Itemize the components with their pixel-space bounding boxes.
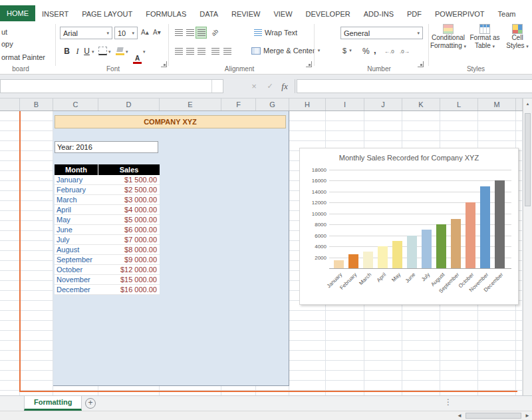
align-center-button[interactable] <box>184 45 196 57</box>
cell-month-november[interactable]: November <box>55 275 98 285</box>
cell-month-december[interactable]: December <box>55 285 98 295</box>
ribbon-tab-home[interactable]: HOME <box>0 5 35 21</box>
column-header-H[interactable]: H <box>289 99 326 110</box>
percent-style-icon[interactable]: % <box>362 47 370 56</box>
number-format-combobox[interactable]: General ▾ <box>340 27 423 39</box>
borders-icon[interactable] <box>98 47 107 55</box>
cell-sales-march[interactable]: $3 000.00 <box>98 195 160 205</box>
ribbon-tab-formulas[interactable]: FORMULAS <box>139 7 193 21</box>
alignment-dialog-launcher[interactable] <box>306 61 312 67</box>
accounting-format-button[interactable]: $ ▾ <box>342 47 352 55</box>
number-dialog-launcher[interactable] <box>418 61 424 67</box>
add-sheet-button[interactable]: + <box>85 398 96 409</box>
column-header-K[interactable]: K <box>402 99 440 110</box>
cell-sales-september[interactable]: $9 000.00 <box>98 255 160 265</box>
ribbon-tab-insert[interactable]: INSERT <box>35 7 75 21</box>
cell-month-september[interactable]: September <box>55 255 98 265</box>
format-painter-button[interactable]: ormat Painter <box>1 53 45 61</box>
vertical-scrollbar[interactable]: ▴ <box>523 99 532 395</box>
decrease-indent-button[interactable] <box>209 45 221 57</box>
horizontal-scrollbar[interactable]: ◄ ► <box>0 411 532 420</box>
formula-input[interactable] <box>297 79 532 93</box>
ribbon-tab-pdf[interactable]: PDF <box>400 7 428 21</box>
ribbon-tab-team[interactable]: Team <box>491 7 523 21</box>
cell-month-february[interactable]: February <box>55 185 98 195</box>
column-header-partial[interactable] <box>0 99 20 110</box>
cell-sales-july[interactable]: $7 000.00 <box>98 235 160 245</box>
cell-sales-january[interactable]: $1 500.00 <box>98 175 160 185</box>
tab-scroll-grip-icon[interactable]: ⋮ <box>444 397 452 407</box>
ribbon-tab-review[interactable]: REVIEW <box>225 7 267 21</box>
scroll-right-icon[interactable]: ► <box>523 411 532 420</box>
format-as-table-button[interactable]: Format as Table ▾ <box>468 24 501 51</box>
column-header-I[interactable]: I <box>326 99 364 110</box>
insert-function-icon[interactable]: fx <box>278 79 291 93</box>
increase-decimal-icon[interactable]: ←.0 <box>384 49 394 55</box>
top-align-button[interactable] <box>173 27 184 39</box>
conditional-formatting-button[interactable]: Conditional Formatting ▾ <box>430 24 467 51</box>
name-box[interactable] <box>0 79 223 93</box>
cell-sales-october[interactable]: $12 000.00 <box>98 265 160 275</box>
font-size-combobox[interactable]: 10 ▾ <box>114 27 138 39</box>
chevron-down-icon[interactable]: ▾ <box>92 49 94 55</box>
column-header-J[interactable]: J <box>364 99 402 110</box>
chevron-down-icon[interactable]: ▾ <box>108 49 111 55</box>
cell-month-june[interactable]: June <box>55 225 98 235</box>
name-box-dropdown-icon[interactable] <box>211 80 223 93</box>
column-header-partial[interactable] <box>516 99 523 110</box>
font-dialog-launcher[interactable] <box>161 61 167 67</box>
column-header-M[interactable]: M <box>478 99 516 110</box>
shrink-font-icon[interactable]: A▾ <box>153 29 161 36</box>
ribbon-tab-data[interactable]: DATA <box>193 7 225 21</box>
font-color-icon[interactable]: A <box>133 55 142 64</box>
grid[interactable]: COMPANY XYZ Year: 2016 Month Sales Janua… <box>0 111 523 395</box>
cell-sales-april[interactable]: $4 000.00 <box>98 205 160 215</box>
cell-month-october[interactable]: October <box>55 265 98 275</box>
underline-button[interactable]: U <box>81 45 92 57</box>
cell-month-august[interactable]: August <box>55 245 98 255</box>
cell-month-january[interactable]: January <box>55 175 98 185</box>
cell-sales-may[interactable]: $5 000.00 <box>98 215 160 225</box>
sales-chart[interactable]: Monthly Sales Recorded for Company XYZ 2… <box>299 148 519 305</box>
column-header-C[interactable]: C <box>53 99 98 110</box>
decrease-decimal-icon[interactable]: .0→ <box>400 49 410 55</box>
enter-icon[interactable]: ✓ <box>263 79 277 93</box>
ribbon-tab-developer[interactable]: DEVELOPER <box>299 7 357 21</box>
cell-sales-august[interactable]: $8 000.00 <box>98 245 160 255</box>
fill-color-icon[interactable] <box>116 47 124 55</box>
font-family-combobox[interactable]: Arial ▾ <box>60 27 112 39</box>
bottom-align-button[interactable] <box>196 27 207 39</box>
sheet-tab-formatting[interactable]: Formatting <box>24 396 82 411</box>
ribbon-tab-add-ins[interactable]: ADD-INS <box>357 7 400 21</box>
column-header-B[interactable]: B <box>20 99 53 110</box>
merge-center-button[interactable]: Merge & Center ▾ <box>251 47 320 55</box>
bold-button[interactable]: B <box>61 45 72 57</box>
ribbon-tab-view[interactable]: VIEW <box>267 7 299 21</box>
scroll-up-icon[interactable]: ▴ <box>523 99 532 108</box>
align-left-button[interactable] <box>173 45 184 57</box>
cell-sales-june[interactable]: $6 000.00 <box>98 225 160 235</box>
orientation-button[interactable]: ab <box>209 27 221 39</box>
chevron-down-icon[interactable]: ▾ <box>126 49 128 55</box>
scroll-left-icon[interactable]: ◄ <box>455 411 464 420</box>
ribbon-tab-powerpivot[interactable]: POWERPIVOT <box>428 7 491 21</box>
wrap-text-button[interactable]: Wrap Text <box>254 29 297 37</box>
grow-font-icon[interactable]: A▴ <box>141 29 149 36</box>
copy-button[interactable]: opy <box>1 40 13 48</box>
chevron-down-icon[interactable]: ▾ <box>143 49 146 55</box>
cell-sales-february[interactable]: $2 500.00 <box>98 185 160 195</box>
column-header-L[interactable]: L <box>440 99 478 110</box>
cell-sales-december[interactable]: $16 000.00 <box>98 285 160 295</box>
column-header-F[interactable]: F <box>221 99 256 110</box>
ribbon-tab-page-layout[interactable]: PAGE LAYOUT <box>75 7 139 21</box>
cut-button[interactable]: ut <box>1 28 7 36</box>
increase-indent-button[interactable] <box>221 45 233 57</box>
cell-month-july[interactable]: July <box>55 235 98 245</box>
cancel-icon[interactable]: × <box>247 79 261 93</box>
align-right-button[interactable] <box>196 45 207 57</box>
cell-month-march[interactable]: March <box>55 195 98 205</box>
comma-style-icon[interactable]: , <box>374 45 376 55</box>
column-header-G[interactable]: G <box>256 99 289 110</box>
cell-styles-button[interactable]: Cell Styles ▾ <box>503 24 531 51</box>
vertical-scroll-thumb[interactable] <box>525 113 531 206</box>
